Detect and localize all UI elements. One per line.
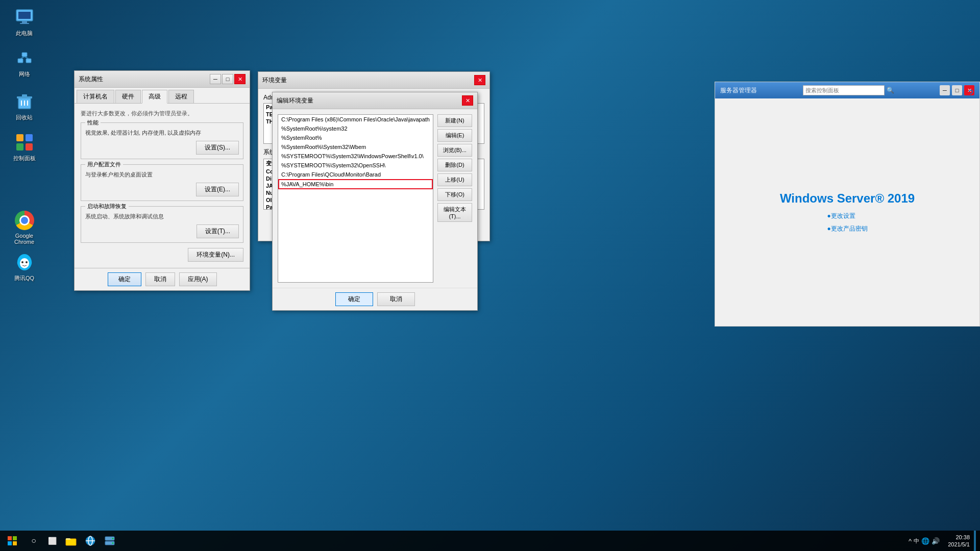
sysprop-apply-button[interactable]: 应用(A) (179, 272, 217, 286)
sysprop-close[interactable]: ✕ (234, 74, 246, 84)
desktop-icon-chrome[interactable]: GoogleChrome (5, 208, 43, 247)
clock-time: 20:38 (948, 534, 970, 541)
editenv-edittext-button[interactable]: 编辑文本(T)... (437, 203, 472, 222)
svg-point-17 (20, 258, 29, 268)
editenv-row-6[interactable]: C:\Program Files\QCloud\Monitor\Barad (278, 170, 433, 179)
sysprop-ok-button[interactable]: 确定 (108, 272, 141, 286)
chrome-icon (14, 210, 35, 231)
server-links: ●更改设置 ●更改产品密钥 (827, 212, 867, 233)
editenv-titlebar: 编辑环境变量 ✕ (273, 92, 477, 109)
taskbar-clock[interactable]: 20:38 2021/5/1 (944, 534, 974, 548)
startup-desc: 系统启动、系统故障和调试信息 (85, 213, 239, 220)
desktop-icon-control[interactable]: 控制面板 (5, 130, 43, 164)
svg-point-30 (112, 538, 114, 539)
performance-group: 性能 视觉效果, 处理器计划, 内存使用, 以及虚拟内存 设置(S)... (81, 122, 243, 159)
editenv-ok-button[interactable]: 确定 (335, 292, 373, 306)
editenv-moveup-button[interactable]: 上移(U) (437, 173, 472, 186)
editenv-action-buttons: 新建(N) 编辑(E) 浏览(B)... 删除(D) 上移(U) 下移(O) 编… (437, 114, 472, 283)
editenv-title: 编辑环境变量 (277, 96, 313, 105)
taskbar-file-explorer[interactable] (61, 531, 81, 551)
tray-volume-icon[interactable]: 🔊 (932, 537, 940, 545)
editenv-delete-button[interactable]: 删除(D) (437, 159, 472, 171)
sysprop-footer: 确定 取消 应用(A) (75, 268, 250, 290)
desktop-icon-qq[interactable]: 腾讯QQ (5, 250, 43, 284)
svg-rect-23 (13, 541, 17, 545)
tab-remote[interactable]: 远程 (168, 90, 194, 103)
editenv-listbox[interactable]: C:\Program Files (x86)\Common Files\Orac… (278, 114, 433, 283)
svg-rect-15 (26, 143, 33, 151)
svg-rect-20 (8, 536, 12, 540)
editenv-row-1[interactable]: %SystemRoot%\system32 (278, 124, 433, 133)
taskbar-server-manager[interactable] (100, 531, 119, 551)
tray-ime-icon[interactable]: 中 (914, 537, 919, 545)
sysprop-titlebar: 系统属性 ─ □ ✕ (75, 71, 250, 88)
svg-line-7 (20, 57, 24, 59)
svg-point-31 (112, 542, 114, 544)
tab-computer-name[interactable]: 计算机名 (77, 90, 114, 103)
show-desktop-button[interactable] (974, 531, 976, 551)
sysprop-minimize[interactable]: ─ (210, 74, 221, 84)
svg-rect-13 (26, 134, 33, 141)
performance-settings-button[interactable]: 设置(S)... (196, 141, 239, 155)
desktop-icon-computer[interactable]: 此电脑 (5, 5, 43, 39)
taskbar-ie[interactable] (81, 531, 100, 551)
recycle-icon-label: 回收站 (16, 114, 33, 121)
search-button[interactable]: ○ (24, 531, 43, 551)
editenv-window: 编辑环境变量 ✕ C:\Program Files (x86)\Common F… (272, 92, 478, 311)
sysprop-cancel-button[interactable]: 取消 (145, 272, 175, 286)
svg-rect-1 (18, 12, 31, 19)
editenv-cancel-button[interactable]: 取消 (377, 292, 415, 306)
minimize-button[interactable]: ─ (940, 85, 950, 95)
sysprop-window: 系统属性 ─ □ ✕ 计算机名 硬件 高级 远程 要进行大多数更改，你必须作为管… (74, 70, 250, 291)
sysprop-maximize[interactable]: □ (222, 74, 233, 84)
start-button[interactable] (0, 531, 24, 551)
svg-rect-21 (13, 536, 17, 540)
editenv-browse-button[interactable]: 浏览(B)... (437, 144, 472, 157)
performance-title: 性能 (85, 119, 101, 127)
editenv-movedown-button[interactable]: 下移(O) (437, 188, 472, 201)
change-settings-link[interactable]: ●更改设置 (827, 212, 867, 220)
svg-rect-5 (26, 59, 31, 63)
task-view-button[interactable]: ⬜ (43, 531, 61, 551)
admin-notice: 要进行大多数更改，你必须作为管理员登录。 (81, 110, 243, 117)
control-panel-icon (14, 132, 35, 153)
editenv-row-4[interactable]: %SYSTEMROOT%\System32\WindowsPowerShell\… (278, 152, 433, 161)
svg-rect-12 (16, 134, 23, 141)
editenv-close[interactable]: ✕ (462, 95, 473, 106)
server-panel-titlebar: 服务器管理器 🔍 ─ □ ✕ (715, 82, 979, 98)
network-icon (14, 48, 35, 68)
change-key-link[interactable]: ●更改产品密钥 (827, 224, 867, 233)
maximize-button[interactable]: □ (952, 85, 962, 95)
desktop-icon-recycle[interactable]: 回收站 (5, 89, 43, 123)
svg-rect-6 (22, 53, 27, 57)
envvar-close[interactable]: ✕ (474, 75, 485, 85)
clock-date: 2021/5/1 (948, 541, 970, 548)
user-profile-title: 用户配置文件 (85, 161, 123, 168)
help-icon[interactable]: ? (968, 88, 973, 99)
svg-point-19 (26, 261, 28, 263)
editenv-new-button[interactable]: 新建(N) (437, 114, 472, 127)
editenv-row-3[interactable]: %SystemRoot%\System32\Wbem (278, 142, 433, 152)
editenv-row-0[interactable]: C:\Program Files (x86)\Common Files\Orac… (278, 115, 433, 124)
editenv-row-2[interactable]: %SystemRoot% (278, 133, 433, 142)
editenv-row-7[interactable] (278, 179, 433, 189)
server-panel-body: ? Windows Server® 2019 ●更改设置 ●更改产品密钥 (715, 98, 979, 326)
user-profile-settings-button[interactable]: 设置(E)... (196, 183, 239, 196)
env-vars-button[interactable]: 环境变量(N)... (188, 248, 243, 262)
desktop-icon-network[interactable]: 网络 (5, 46, 43, 80)
chrome-icon-label: GoogleChrome (14, 233, 34, 245)
server-manager-panel: 服务器管理器 🔍 ─ □ ✕ ? Windows Server® 2019 ●更… (715, 82, 980, 327)
svg-rect-14 (16, 143, 23, 151)
taskbar-tray: ^ 中 🌐 🔊 20:38 2021/5/1 (909, 531, 980, 551)
startup-settings-button[interactable]: 设置(T)... (197, 224, 239, 238)
tab-hardware[interactable]: 硬件 (115, 90, 141, 103)
tray-expand-icon[interactable]: ^ (909, 537, 912, 545)
editenv-row-5[interactable]: %SYSTEMROOT%\System32\OpenSSH\ (278, 161, 433, 170)
tray-network-icon[interactable]: 🌐 (921, 537, 929, 545)
server-panel-title-text: 服务器管理器 (720, 86, 757, 95)
search-input[interactable] (803, 85, 885, 95)
editenv-edit-button[interactable]: 编辑(E) (437, 129, 472, 142)
tab-advanced[interactable]: 高级 (142, 90, 167, 104)
sysprop-title: 系统属性 (79, 75, 103, 84)
editenv-input-field[interactable] (278, 179, 433, 189)
